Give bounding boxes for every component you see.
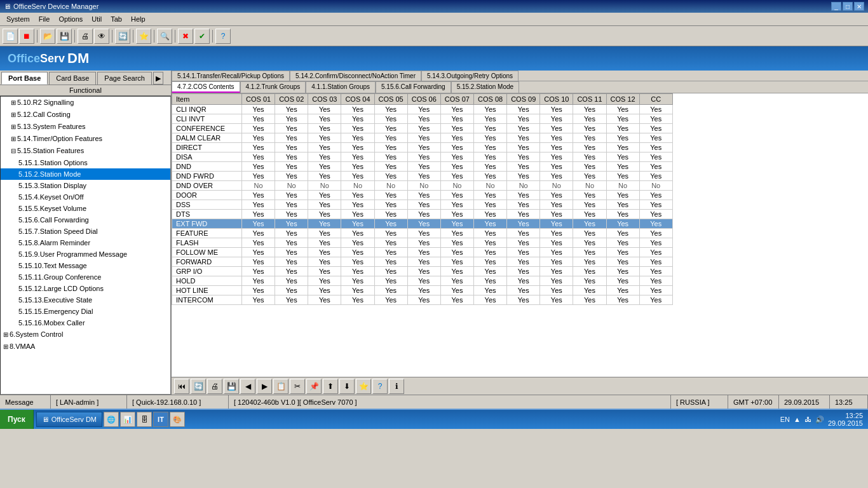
- cell-value[interactable]: Yes: [242, 248, 275, 257]
- cell-value[interactable]: Yes: [374, 219, 407, 229]
- cell-value[interactable]: Yes: [308, 143, 341, 152]
- tree-item-costing[interactable]: ⊞5.12.Call Costing: [1, 109, 170, 121]
- cell-value[interactable]: Yes: [473, 248, 506, 257]
- cell-value[interactable]: Yes: [242, 200, 275, 210]
- cell-value[interactable]: Yes: [639, 200, 672, 210]
- cell-value[interactable]: Yes: [308, 133, 341, 143]
- cell-value[interactable]: Yes: [573, 172, 606, 181]
- cell-value[interactable]: Yes: [275, 191, 308, 200]
- cell-value[interactable]: Yes: [639, 267, 672, 276]
- cell-value[interactable]: Yes: [242, 295, 275, 305]
- cell-value[interactable]: Yes: [308, 114, 341, 124]
- cell-value[interactable]: Yes: [407, 238, 440, 248]
- subtab-station-grp[interactable]: 4.1.1.Station Groups: [306, 81, 376, 93]
- table-row[interactable]: DOORYesYesYesYesYesYesYesYesYesYesYesYes…: [172, 191, 673, 200]
- cell-value[interactable]: Yes: [507, 229, 540, 238]
- cell-value[interactable]: Yes: [473, 143, 506, 152]
- cell-value[interactable]: Yes: [639, 238, 672, 248]
- cell-value[interactable]: Yes: [242, 210, 275, 219]
- tree-item-call-forwarding[interactable]: 5.15.6.Call Forwarding: [1, 214, 170, 226]
- cell-value[interactable]: Yes: [606, 200, 639, 210]
- cell-value[interactable]: Yes: [573, 238, 606, 248]
- cell-value[interactable]: Yes: [374, 152, 407, 162]
- cell-value[interactable]: Yes: [540, 295, 573, 305]
- cell-value[interactable]: Yes: [374, 133, 407, 143]
- cell-value[interactable]: Yes: [341, 105, 374, 114]
- cell-value[interactable]: Yes: [440, 114, 473, 124]
- taskbar-app-paint[interactable]: 🎨: [170, 412, 185, 427]
- cell-value[interactable]: No: [473, 181, 506, 191]
- cell-value[interactable]: Yes: [440, 257, 473, 267]
- cell-value[interactable]: Yes: [308, 238, 341, 248]
- cell-value[interactable]: Yes: [374, 114, 407, 124]
- cell-value[interactable]: Yes: [407, 257, 440, 267]
- cell-value[interactable]: Yes: [606, 267, 639, 276]
- cell-value[interactable]: Yes: [473, 219, 506, 229]
- cell-value[interactable]: Yes: [341, 200, 374, 210]
- cell-value[interactable]: Yes: [573, 229, 606, 238]
- cell-value[interactable]: Yes: [374, 200, 407, 210]
- cell-value[interactable]: Yes: [540, 200, 573, 210]
- subtab-transfer[interactable]: 5.14.1.Transfer/Recall/Pickup Options: [172, 71, 290, 81]
- cell-value[interactable]: Yes: [275, 200, 308, 210]
- bt-paste[interactable]: 📌: [306, 379, 322, 394]
- table-row[interactable]: CLI INQRYesYesYesYesYesYesYesYesYesYesYe…: [172, 105, 673, 114]
- cell-value[interactable]: Yes: [407, 229, 440, 238]
- cell-value[interactable]: Yes: [308, 295, 341, 305]
- cell-value[interactable]: Yes: [606, 124, 639, 133]
- cell-value[interactable]: Yes: [473, 162, 506, 172]
- cell-value[interactable]: Yes: [606, 229, 639, 238]
- cell-value[interactable]: Yes: [374, 267, 407, 276]
- taskbar-app-officeserv[interactable]: 🖥 OfficeServ DM: [36, 412, 102, 427]
- cell-value[interactable]: Yes: [308, 257, 341, 267]
- cell-value[interactable]: Yes: [440, 133, 473, 143]
- cell-value[interactable]: Yes: [507, 248, 540, 257]
- cell-value[interactable]: No: [341, 181, 374, 191]
- cell-value[interactable]: Yes: [606, 152, 639, 162]
- cell-value[interactable]: Yes: [275, 124, 308, 133]
- table-row[interactable]: DTSYesYesYesYesYesYesYesYesYesYesYesYesY…: [172, 210, 673, 219]
- tree-item-timer[interactable]: ⊞5.14.Timer/Option Features: [1, 133, 170, 145]
- minimize-button[interactable]: _: [831, 2, 841, 11]
- cell-value[interactable]: Yes: [473, 286, 506, 295]
- cell-value[interactable]: Yes: [573, 200, 606, 210]
- cell-value[interactable]: Yes: [407, 200, 440, 210]
- cell-value[interactable]: Yes: [507, 238, 540, 248]
- menu-util[interactable]: Util: [88, 14, 105, 24]
- cell-value[interactable]: Yes: [275, 152, 308, 162]
- cell-value[interactable]: Yes: [573, 257, 606, 267]
- cell-value[interactable]: Yes: [242, 162, 275, 172]
- bt-next[interactable]: ▶: [257, 379, 272, 394]
- cell-value[interactable]: Yes: [540, 257, 573, 267]
- cell-value[interactable]: Yes: [507, 133, 540, 143]
- cell-value[interactable]: Yes: [341, 143, 374, 152]
- cell-value[interactable]: Yes: [573, 219, 606, 229]
- cell-value[interactable]: Yes: [473, 172, 506, 181]
- cell-value[interactable]: Yes: [341, 229, 374, 238]
- cell-value[interactable]: Yes: [308, 200, 341, 210]
- cell-value[interactable]: Yes: [507, 276, 540, 286]
- cell-value[interactable]: Yes: [242, 257, 275, 267]
- menu-file[interactable]: File: [35, 14, 54, 24]
- cell-value[interactable]: Yes: [639, 114, 672, 124]
- cell-value[interactable]: Yes: [308, 276, 341, 286]
- cell-value[interactable]: Yes: [606, 105, 639, 114]
- star-button[interactable]: ⭐: [136, 29, 151, 44]
- cell-value[interactable]: Yes: [507, 105, 540, 114]
- cell-value[interactable]: Yes: [573, 267, 606, 276]
- bt-save2[interactable]: 💾: [224, 379, 239, 394]
- cell-value[interactable]: Yes: [275, 295, 308, 305]
- cell-value[interactable]: Yes: [407, 219, 440, 229]
- cell-value[interactable]: Yes: [639, 191, 672, 200]
- cell-value[interactable]: Yes: [540, 248, 573, 257]
- cell-value[interactable]: Yes: [473, 152, 506, 162]
- taskbar-app-sve[interactable]: 📊: [120, 412, 135, 427]
- cell-value[interactable]: Yes: [242, 267, 275, 276]
- cell-value[interactable]: Yes: [308, 172, 341, 181]
- cell-value[interactable]: Yes: [308, 191, 341, 200]
- cell-value[interactable]: Yes: [308, 286, 341, 295]
- cell-value[interactable]: Yes: [341, 267, 374, 276]
- cell-value[interactable]: Yes: [440, 105, 473, 114]
- table-row[interactable]: DSSYesYesYesYesYesYesYesYesYesYesYesYesY…: [172, 200, 673, 210]
- tab-port-base[interactable]: Port Base: [1, 72, 48, 85]
